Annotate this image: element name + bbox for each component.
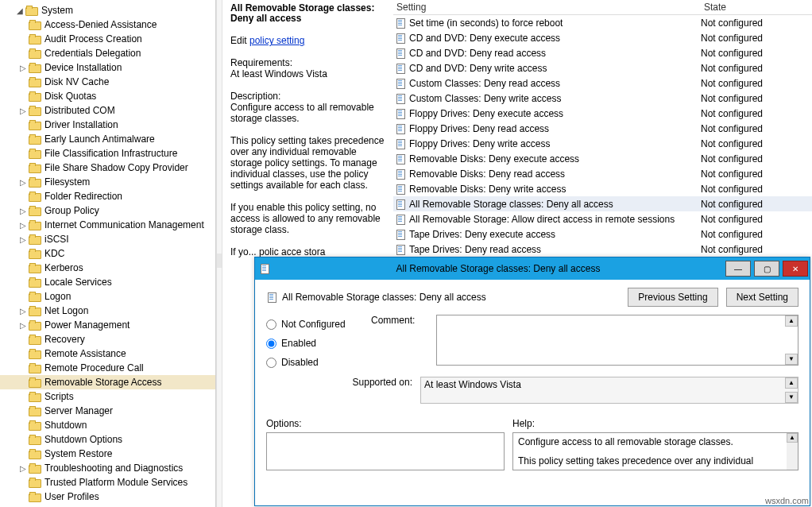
folder-icon [29,76,41,87]
tree-item[interactable]: Disk Quotas [0,89,215,103]
help-scrollbar[interactable]: ▲ [787,433,798,470]
expander-icon[interactable]: ▷ [17,178,29,187]
tree-item[interactable]: Remote Assistance [0,346,215,361]
setting-row[interactable]: Tape Drives: Deny execute accessNot conf… [393,226,812,242]
minimize-button[interactable]: — [725,261,751,277]
expander-icon[interactable]: ▷ [17,464,29,473]
tree-item[interactable]: Folder Redirection [0,189,215,203]
tree-root-system[interactable]: ◢ System [0,3,215,17]
tree-item[interactable]: ▷Power Management [0,318,215,332]
setting-row[interactable]: Removable Disks: Deny execute accessNot … [393,151,812,166]
expander-icon[interactable]: ▷ [17,64,29,72]
tree-item[interactable]: Disk NV Cache [0,75,215,89]
tree-item[interactable]: Access-Denied Assistance [0,17,215,32]
setting-row[interactable]: Custom Classes: Deny read accessNot conf… [393,75,812,91]
tree-item[interactable]: Scripts [0,389,215,404]
setting-row[interactable]: Removable Disks: Deny write accessNot co… [393,181,812,196]
tree-item-label: Kerberos [44,262,83,273]
comment-scrollbar[interactable]: ▲▼ [785,315,798,365]
setting-row[interactable]: CD and DVD: Deny write accessNot configu… [393,60,812,75]
tree-item[interactable]: Audit Process Creation [0,32,215,46]
description-text: Configure access to all removable storag… [230,102,389,124]
maximize-button[interactable]: ▢ [754,261,779,277]
tree-item[interactable]: Shutdown Options [0,432,215,447]
next-setting-button[interactable]: Next Setting [726,288,798,307]
tree-item[interactable]: ▷iSCSI [0,232,215,246]
tree-item[interactable]: Remote Procedure Call [0,361,215,375]
tree-item[interactable]: ▷Device Installation [0,60,215,75]
tree-item[interactable]: ▷Filesystem [0,175,215,189]
splitter[interactable] [216,0,222,507]
setting-row[interactable]: Removable Disks: Deny read accessNot con… [393,166,812,181]
setting-row[interactable]: Tape Drives: Deny read accessNot configu… [393,242,812,257]
folder-icon [29,348,41,359]
setting-row[interactable]: Floppy Drives: Deny write accessNot conf… [393,136,812,151]
folder-icon [29,219,41,230]
policy-icon [395,93,406,104]
tree-item[interactable]: File Share Shadow Copy Provider [0,161,215,175]
setting-row[interactable]: CD and DVD: Deny read accessNot configur… [393,45,812,60]
tree-item[interactable]: ▷Net Logon [0,304,215,318]
close-button[interactable]: ✕ [783,261,808,277]
setting-state-text: Not configured [701,214,812,225]
folder-icon [29,319,41,331]
tree-item[interactable]: Shutdown [0,418,215,432]
tree-item[interactable]: Logon [0,289,215,304]
tree-item-label: Filesystem [44,176,90,188]
setting-row[interactable]: All Removable Storage classes: Deny all … [393,196,812,211]
tree-item-label: User Profiles [44,491,99,502]
help-text-line2: This policy setting takes precedence ove… [518,455,787,466]
tree-item[interactable]: File Classification Infrastructure [0,146,215,161]
policy-setting-link[interactable]: policy setting [249,35,304,46]
setting-row[interactable]: Custom Classes: Deny write accessNot con… [393,91,812,106]
setting-name-text: Removable Disks: Deny write access [409,184,566,195]
tree-item[interactable]: Early Launch Antimalware [0,132,215,146]
tree-item-label: Remote Assistance [44,348,126,359]
expander-icon[interactable]: ◢ [14,6,25,15]
setting-row[interactable]: Floppy Drives: Deny read accessNot confi… [393,121,812,136]
previous-setting-button[interactable]: Previous Setting [628,288,717,307]
setting-row[interactable]: Set time (in seconds) to force rebootNot… [393,15,812,30]
tree-item[interactable]: System Restore [0,447,215,461]
setting-row[interactable]: Floppy Drives: Deny execute accessNot co… [393,106,812,121]
folder-icon [25,5,38,16]
tree-item[interactable]: Locale Services [0,275,215,289]
tree-item[interactable]: ▷Distributed COM [0,103,215,118]
comment-textarea[interactable]: ▲▼ [436,315,798,366]
expander-icon[interactable]: ▷ [17,235,29,244]
dialog-app-icon [255,263,274,274]
tree-item-label: Scripts [44,391,74,402]
tree-item[interactable]: Recovery [0,332,215,346]
radio-disabled[interactable]: Disabled [266,353,362,372]
tree-item-label: Distributed COM [44,105,115,116]
setting-row[interactable]: All Removable Storage: Allow direct acce… [393,211,812,226]
options-box[interactable] [266,432,505,470]
tree-item[interactable]: KDC [0,246,215,261]
radio-not-configured[interactable]: Not Configured [266,315,362,334]
supported-scrollbar[interactable]: ▲▼ [785,377,798,403]
tree-item[interactable]: ▷Group Policy [0,203,215,218]
setting-name-text: CD and DVD: Deny execute access [409,33,560,44]
tree-item[interactable]: Trusted Platform Module Services [0,475,215,490]
setting-row[interactable]: CD and DVD: Deny execute accessNot confi… [393,30,812,45]
expander-icon[interactable]: ▷ [17,307,29,315]
tree-item[interactable]: Credentials Delegation [0,46,215,60]
folder-icon [29,33,41,45]
tree-item[interactable]: Removable Storage Access [0,375,215,389]
dialog-titlebar[interactable]: All Removable Storage classes: Deny all … [255,257,810,280]
expander-icon[interactable]: ▷ [17,221,29,230]
tree-item[interactable]: Server Manager [0,404,215,418]
tree-item[interactable]: User Profiles [0,490,215,504]
col-state[interactable]: State [701,0,812,14]
tree-item[interactable]: ▷Internet Communication Management [0,218,215,232]
tree-item[interactable]: Kerberos [0,261,215,275]
expander-icon[interactable]: ▷ [17,207,29,215]
tree-item[interactable]: ▷Troubleshooting and Diagnostics [0,461,215,475]
expander-icon[interactable]: ▷ [17,321,29,330]
folder-icon [29,405,41,416]
expander-icon[interactable]: ▷ [17,106,29,115]
radio-enabled[interactable]: Enabled [266,334,362,353]
col-setting[interactable]: Setting [393,0,701,14]
folder-icon [29,162,41,173]
tree-item[interactable]: Driver Installation [0,118,215,132]
